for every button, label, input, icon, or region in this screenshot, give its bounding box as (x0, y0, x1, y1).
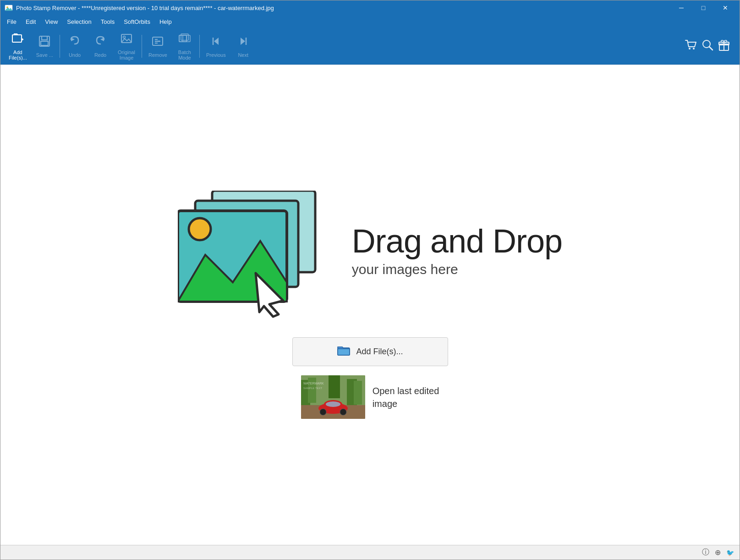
cart-icon[interactable] (685, 38, 697, 54)
status-bar: ⓘ ⊕ 🐦 (0, 545, 740, 560)
gift-icon[interactable] (718, 38, 730, 54)
circle-plus-icon[interactable]: ⊕ (715, 548, 721, 557)
redo-icon (94, 35, 107, 50)
undo-label: Undo (69, 52, 81, 58)
previous-label: Previous (206, 52, 226, 58)
drag-drop-illustration (178, 191, 315, 310)
drop-area[interactable]: Drag and Drop your images here Add File(… (0, 172, 740, 437)
original-image-label: Original Image (118, 49, 135, 60)
svg-rect-3 (12, 35, 22, 42)
remove-icon (151, 35, 164, 50)
original-image-toolbar-button: Original Image (113, 30, 140, 62)
batch-mode-toolbar-button: Batch Mode (172, 30, 197, 62)
separator-2 (142, 35, 142, 58)
svg-marker-20 (214, 38, 219, 45)
batch-mode-icon (178, 32, 191, 48)
save-icon (38, 35, 51, 50)
main-content[interactable]: Drag and Drop your images here Add File(… (0, 65, 740, 545)
batch-mode-label: Batch Mode (178, 49, 191, 60)
illustration-area: Drag and Drop your images here (178, 191, 562, 310)
drop-text: Drag and Drop your images here (352, 223, 562, 277)
svg-rect-43 (329, 375, 340, 398)
last-edited-label: Open last edited image (373, 384, 439, 410)
svg-rect-37 (338, 349, 350, 355)
menu-help[interactable]: Help (155, 16, 176, 27)
magnifier-icon[interactable] (701, 38, 714, 54)
svg-point-49 (340, 409, 346, 415)
folder-icon (337, 344, 351, 359)
window-controls: ─ □ ✕ (671, 0, 736, 15)
app-icon (4, 3, 13, 12)
drag-drop-title: Drag and Drop (352, 223, 562, 259)
add-files-toolbar-button[interactable]: Add File(s)... (4, 30, 32, 62)
remove-label: Remove (148, 52, 167, 58)
add-files-button-label: Add File(s)... (356, 347, 403, 357)
separator-3 (199, 35, 200, 58)
add-files-label: Add File(s)... (9, 49, 27, 60)
remove-toolbar-button: Remove (144, 30, 172, 62)
undo-toolbar-button: Undo (62, 30, 88, 62)
svg-point-47 (326, 401, 340, 407)
info-icon[interactable]: ⓘ (702, 548, 709, 557)
next-toolbar-button: Next (230, 30, 256, 62)
svg-rect-42 (354, 381, 362, 405)
last-edited-thumbnail: WATERMARK SAMPLE TEXT (301, 375, 365, 419)
original-image-icon (120, 32, 133, 48)
maximize-button[interactable]: □ (693, 0, 714, 15)
menu-view[interactable]: View (40, 16, 62, 27)
svg-point-48 (320, 409, 326, 415)
close-button[interactable]: ✕ (715, 0, 736, 15)
app-window: Photo Stamp Remover - ****Unregistered v… (0, 0, 740, 560)
minimize-button[interactable]: ─ (671, 0, 692, 15)
separator-1 (60, 35, 60, 58)
svg-marker-22 (241, 38, 245, 45)
toolbar: Add File(s)... Save ... Undo (0, 28, 740, 65)
svg-point-24 (689, 48, 691, 49)
menu-bar: File Edit View Selection Tools SoftOrbit… (0, 15, 740, 28)
save-toolbar-button: Save ... (32, 30, 58, 62)
svg-rect-7 (42, 36, 47, 40)
undo-icon (68, 35, 81, 50)
toolbar-right-icons (685, 38, 730, 54)
status-bar-right: ⓘ ⊕ 🐦 (702, 548, 734, 557)
action-area: Add File(s)... (292, 337, 448, 419)
redo-label: Redo (94, 52, 106, 58)
menu-softorbits[interactable]: SoftOrbits (119, 16, 155, 27)
title-bar: Photo Stamp Remover - ****Unregistered v… (0, 0, 740, 15)
svg-point-34 (189, 218, 211, 240)
svg-marker-10 (100, 38, 104, 41)
svg-point-12 (123, 36, 125, 38)
svg-line-27 (709, 47, 713, 50)
menu-selection[interactable]: Selection (62, 16, 96, 27)
add-files-icon (11, 32, 24, 48)
previous-icon (209, 35, 222, 50)
menu-edit[interactable]: Edit (21, 16, 40, 27)
next-icon (237, 35, 250, 50)
window-title: Photo Stamp Remover - ****Unregistered v… (16, 5, 671, 11)
next-label: Next (238, 52, 248, 58)
drag-drop-subtitle: your images here (352, 262, 458, 277)
redo-toolbar-button: Redo (88, 30, 113, 62)
open-last-edited-button[interactable]: WATERMARK SAMPLE TEXT Open last edited i… (301, 375, 439, 419)
svg-marker-9 (71, 38, 75, 41)
add-files-button[interactable]: Add File(s)... (292, 337, 448, 366)
svg-rect-11 (121, 34, 132, 43)
save-label: Save ... (36, 52, 53, 58)
svg-text:WATERMARK: WATERMARK (303, 382, 324, 385)
menu-tools[interactable]: Tools (96, 16, 119, 27)
svg-point-25 (693, 48, 695, 49)
twitter-icon[interactable]: 🐦 (726, 549, 734, 556)
previous-toolbar-button: Previous (202, 30, 230, 62)
menu-file[interactable]: File (2, 16, 21, 27)
svg-text:SAMPLE TEXT: SAMPLE TEXT (303, 387, 323, 390)
svg-rect-8 (41, 41, 48, 45)
